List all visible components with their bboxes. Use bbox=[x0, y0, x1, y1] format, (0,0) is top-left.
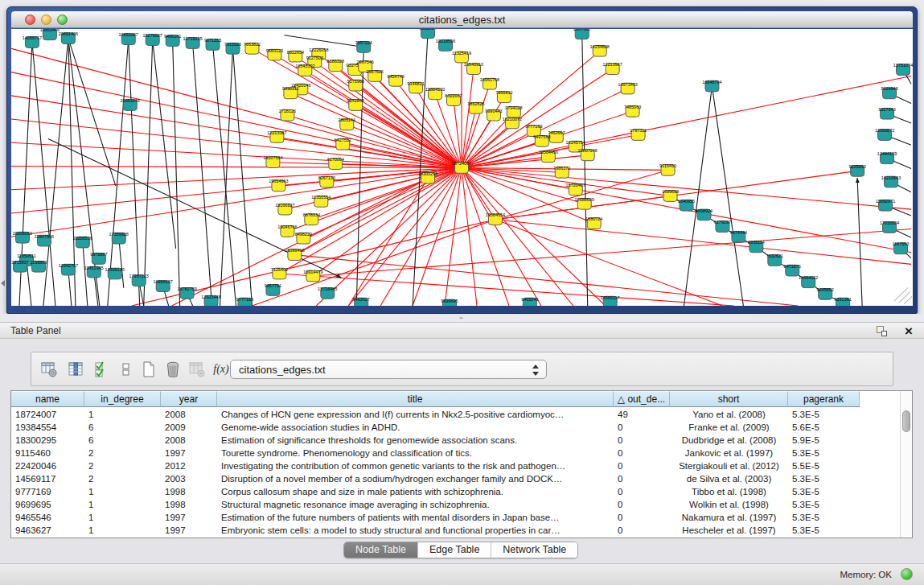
network-edge[interactable] bbox=[495, 220, 911, 265]
network-node[interactable]: 2935114 bbox=[748, 241, 765, 253]
collapse-panel-icon[interactable] bbox=[1, 280, 5, 286]
network-node[interactable]: 20053346 bbox=[121, 98, 140, 110]
network-edge[interactable] bbox=[462, 76, 911, 167]
network-node[interactable]: 10807248 bbox=[578, 149, 598, 161]
table-cell[interactable]: 1998 bbox=[161, 485, 217, 498]
network-node[interactable]: 9990443 bbox=[485, 109, 502, 121]
table-cell[interactable]: 2 bbox=[84, 459, 161, 472]
table-cell[interactable]: Estimation of the future numbers of pati… bbox=[217, 511, 614, 524]
table-cell[interactable]: 0 bbox=[614, 511, 670, 524]
network-node[interactable]: 9146821 bbox=[407, 81, 424, 93]
network-node[interactable]: 2718126 bbox=[279, 109, 296, 121]
network-node[interactable]: 6179197 bbox=[714, 220, 731, 232]
split-divider[interactable] bbox=[0, 314, 924, 322]
network-node[interactable]: 9215953 bbox=[848, 164, 865, 176]
table-cell[interactable]: 2009 bbox=[161, 421, 217, 434]
network-node[interactable]: 9466161 bbox=[164, 34, 181, 46]
table-cell[interactable]: 2012 bbox=[161, 459, 217, 472]
network-node[interactable]: 11355554 bbox=[311, 195, 331, 207]
network-node[interactable]: 2967606 bbox=[367, 69, 384, 81]
network-edge[interactable] bbox=[144, 40, 153, 306]
network-node[interactable]: 1862625 bbox=[467, 101, 484, 113]
table-cell[interactable]: Nakamura et al. (1997) bbox=[670, 511, 788, 524]
network-edge[interactable] bbox=[213, 44, 236, 306]
network-node[interactable]: 15751074 bbox=[893, 63, 913, 75]
network-edge[interactable] bbox=[11, 167, 462, 189]
tab-edge-table[interactable]: Edge Table bbox=[418, 542, 491, 558]
network-node[interactable]: 7955812 bbox=[495, 90, 512, 102]
select-rows-icon[interactable] bbox=[91, 358, 113, 381]
network-node[interactable]: 8427552 bbox=[335, 138, 351, 150]
network-node[interactable]: 16914479 bbox=[303, 270, 322, 282]
network-node[interactable]: 12213967 bbox=[602, 62, 622, 74]
table-row[interactable]: 946554611997Estimation of the future num… bbox=[11, 511, 899, 524]
network-node[interactable]: 14569117 bbox=[601, 295, 620, 306]
network-edge[interactable] bbox=[193, 43, 212, 306]
network-node[interactable]: 9227343 bbox=[878, 107, 895, 119]
network-node[interactable]: 2803144 bbox=[339, 118, 355, 130]
network-edge[interactable] bbox=[290, 93, 462, 168]
network-edge[interactable] bbox=[462, 108, 476, 167]
table-cell[interactable]: 9463627 bbox=[11, 524, 84, 537]
table-cell[interactable]: 18300295 bbox=[11, 434, 84, 447]
network-node[interactable]: 11325419 bbox=[452, 51, 471, 63]
network-node[interactable]: 1880724 bbox=[585, 216, 602, 229]
network-node[interactable]: 8878334 bbox=[303, 212, 320, 225]
network-edge[interactable] bbox=[462, 69, 474, 168]
table-row[interactable]: 1830029562008Estimation of significance … bbox=[11, 434, 899, 447]
network-node[interactable]: 8813054 bbox=[419, 29, 436, 39]
network-edge[interactable] bbox=[11, 167, 462, 237]
table-cell[interactable]: 5.6E-5 bbox=[788, 421, 860, 434]
network-node[interactable]: 16154808 bbox=[590, 44, 610, 56]
network-node[interactable]: 1797311 bbox=[630, 128, 647, 140]
table-cell[interactable]: 0 bbox=[614, 434, 670, 447]
delete-table-icon[interactable] bbox=[162, 358, 184, 381]
network-node[interactable]: 7915526 bbox=[224, 42, 241, 54]
column-header-title[interactable]: title bbox=[217, 391, 614, 407]
network-edge[interactable] bbox=[129, 39, 140, 306]
network-edge[interactable] bbox=[11, 48, 462, 167]
table-cell[interactable]: 6 bbox=[84, 421, 161, 434]
table-cell[interactable]: 0 bbox=[614, 498, 670, 511]
network-node[interactable]: 15947956 bbox=[35, 234, 54, 246]
network-node[interactable]: 7957224 bbox=[355, 40, 372, 52]
table-cell[interactable]: Wolkin et al. (1998) bbox=[670, 498, 788, 511]
table-options-icon[interactable] bbox=[38, 358, 60, 381]
network-node[interactable]: 10688609 bbox=[575, 197, 594, 209]
network-node[interactable]: 18724007 bbox=[452, 161, 471, 173]
network-node[interactable]: 8322037 bbox=[445, 93, 462, 105]
network-window-titlebar[interactable]: citations_edges.txt bbox=[11, 11, 913, 28]
table-cell[interactable]: 0 bbox=[614, 472, 670, 485]
network-node[interactable]: 7485063 bbox=[624, 105, 641, 117]
network-node[interactable]: 15276007 bbox=[143, 33, 162, 45]
table-cell[interactable]: 2 bbox=[84, 472, 161, 485]
network-node[interactable]: 7632621 bbox=[766, 253, 783, 266]
network-node[interactable]: 9657791 bbox=[265, 283, 281, 295]
table-cell[interactable]: 0 bbox=[614, 459, 670, 472]
network-node[interactable]: 16961758 bbox=[480, 77, 499, 89]
network-node[interactable]: 16648794 bbox=[702, 80, 721, 92]
table-cell[interactable]: Tibbo et al. (1998) bbox=[670, 485, 788, 498]
network-edge[interactable] bbox=[495, 220, 722, 306]
column-header-name[interactable]: name bbox=[11, 391, 84, 407]
network-graph[interactable]: 1872400795601238912954122260589127509818… bbox=[11, 29, 913, 306]
table-cell[interactable]: 0 bbox=[614, 421, 670, 434]
network-edge[interactable] bbox=[119, 238, 124, 287]
network-node[interactable]: 9463627 bbox=[353, 297, 370, 306]
network-node[interactable]: 9671355 bbox=[204, 38, 221, 50]
network-node[interactable]: 7125402 bbox=[271, 267, 288, 279]
network-node[interactable]: 1167553 bbox=[893, 242, 910, 254]
table-row[interactable]: 969969511998Structural magnetic resonanc… bbox=[11, 498, 899, 511]
table-cell[interactable]: Franke et al. (2009) bbox=[670, 421, 788, 434]
new-table-icon[interactable] bbox=[138, 358, 160, 381]
network-node[interactable]: 8454749 bbox=[387, 74, 404, 86]
table-cell[interactable]: Genome-wide association studies in ADHD. bbox=[217, 421, 614, 434]
network-node[interactable]: 19384554 bbox=[486, 212, 505, 225]
network-node[interactable]: 13505135 bbox=[105, 267, 125, 279]
network-edge[interactable] bbox=[153, 40, 176, 249]
table-cell[interactable]: 1997 bbox=[161, 511, 217, 524]
network-node[interactable]: 15716485 bbox=[318, 286, 337, 299]
column-header-pagerank[interactable]: pagerank bbox=[788, 391, 860, 407]
network-node[interactable]: 14055717 bbox=[23, 35, 42, 47]
table-cell[interactable]: 1 bbox=[84, 524, 161, 537]
